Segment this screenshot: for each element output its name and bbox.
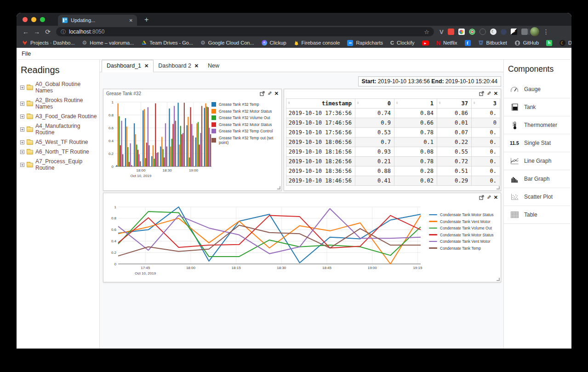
back-icon[interactable]: ← — [20, 28, 31, 35]
bookmark-item[interactable]: Bitbucket — [478, 40, 507, 46]
tab-close-icon[interactable]: ✕ — [194, 63, 199, 69]
bookmark-item[interactable]: ⚙Home – valoruma... — [82, 40, 134, 46]
dashboard-tab-dashboard-2[interactable]: Dashboard 2✕ — [154, 60, 203, 72]
gray-extension-icon[interactable] — [521, 29, 528, 35]
legend-entry[interactable]: Condensate Tank Vent Motor — [429, 239, 494, 244]
component-item-thermometer[interactable]: Thermometer — [504, 116, 571, 134]
open-icon[interactable] — [260, 91, 265, 96]
bookmark-item[interactable]: Team Drives - Go... — [141, 40, 193, 46]
legend-entry[interactable]: Grease Tank #32 Temp Control — [211, 129, 281, 133]
bookmark-item[interactable]: NNetflix — [436, 40, 457, 46]
info-extension-icon[interactable] — [480, 29, 486, 35]
bookmark-item[interactable]: ∞Rapidcharts — [347, 40, 383, 46]
photos-extension-icon[interactable] — [458, 29, 465, 35]
close-panel-icon[interactable]: ✕ — [494, 91, 498, 97]
tab-close-icon[interactable]: ✕ — [129, 18, 133, 23]
address-bar[interactable]: ⓘ localhost:8050 ☆ — [56, 27, 434, 36]
legend-entry[interactable]: Condensate Tank Motor Status — [429, 233, 494, 237]
open-icon[interactable] — [479, 195, 484, 200]
component-item-gauge[interactable]: Gauge — [504, 80, 571, 98]
component-item-table[interactable]: Table — [504, 206, 571, 224]
bookmark-item[interactable]: ▶ — [422, 40, 429, 46]
close-panel-icon[interactable]: ✕ — [494, 195, 498, 200]
sort-icon[interactable]: ↕ — [357, 100, 359, 105]
legend-entry[interactable]: Grease Tank #32 Temp out (set point) — [211, 136, 281, 145]
tree-item[interactable]: +A6_North_TF Routine — [20, 149, 97, 155]
sort-icon[interactable]: ↕ — [439, 100, 441, 105]
component-item-tank[interactable]: Tank — [504, 98, 571, 116]
sort-icon[interactable]: ↕ — [396, 100, 398, 105]
component-item-single-stat[interactable]: 11.5Single Stat — [504, 134, 571, 152]
window-close-button[interactable] — [23, 17, 28, 22]
resize-handle[interactable] — [497, 278, 500, 281]
expand-icon[interactable]: + — [20, 150, 24, 154]
column-header[interactable]: ↕timestamp — [286, 99, 355, 109]
bookmark-item[interactable]: ⚙Google Cloud Con... — [200, 40, 254, 46]
menu-file[interactable]: File — [22, 51, 31, 57]
column-header[interactable]: ↕1 — [394, 99, 437, 109]
green-target-extension-icon[interactable] — [469, 29, 475, 35]
bookmark-item[interactable]: Firebase console — [294, 40, 340, 46]
expand-icon[interactable]: + — [20, 86, 24, 90]
tree-item[interactable]: +A7_Process_Equip Routine — [20, 158, 97, 171]
component-item-bar-graph[interactable]: Bar Graph — [504, 170, 571, 188]
edit-icon[interactable]: ✎ — [487, 195, 491, 200]
component-item-line-graph[interactable]: Line Graph — [504, 152, 571, 170]
legend-entry[interactable]: Condensate Tank Vent Motor — [429, 219, 494, 224]
expand-icon[interactable]: + — [20, 102, 24, 106]
open-icon[interactable] — [479, 91, 484, 96]
tab-close-icon[interactable]: ✕ — [144, 63, 148, 69]
bookmark-item[interactable]: ☾Dyn — [559, 40, 571, 46]
forward-icon[interactable]: → — [31, 28, 42, 35]
sort-icon[interactable]: ↕ — [473, 100, 475, 105]
bookmark-star-icon[interactable]: ☆ — [424, 29, 429, 35]
bookmark-item[interactable]: ^Clickup — [262, 40, 286, 46]
column-header[interactable]: ↕0 — [355, 99, 394, 109]
kebab-icon[interactable]: ⋮ — [543, 28, 549, 35]
resize-handle[interactable] — [277, 186, 280, 189]
edit-icon[interactable]: ✎ — [487, 91, 491, 97]
bookmark-item[interactable]: f — [465, 40, 471, 46]
legend-entry[interactable]: Grease Tank #32 Motor Status — [211, 109, 281, 114]
bookmark-item[interactable]: Projects · Dashbo... — [22, 40, 75, 46]
legend-entry[interactable]: Condensate Tank Temp — [429, 246, 494, 251]
legend-entry[interactable]: Grease Tank #32 Volume Out — [211, 115, 281, 120]
sort-icon[interactable]: ↕ — [288, 100, 290, 105]
expand-icon[interactable]: + — [20, 140, 24, 144]
browser-tab[interactable]: Updating... ✕ — [58, 15, 137, 26]
tree-item[interactable]: +A2_Brooks Routine Names — [20, 97, 97, 110]
resize-handle[interactable] — [497, 186, 500, 189]
close-panel-icon[interactable]: ✕ — [274, 91, 279, 97]
legend-entry[interactable]: Grease Tank #32 Temp — [211, 102, 281, 107]
profile-avatar[interactable] — [530, 27, 539, 36]
tree-item[interactable]: +A3_Food_Grade Routine — [20, 113, 97, 120]
bookmark-item[interactable]: GitHub — [514, 40, 539, 46]
vimium-icon[interactable]: V — [440, 29, 444, 35]
dashboard-tab-dashboard-1[interactable]: Dashboard_1✕ — [102, 60, 154, 72]
blue-extension-icon[interactable] — [501, 29, 507, 35]
tree-item[interactable]: +A4_Manufacturing Routine — [20, 123, 97, 136]
red-extension-icon[interactable] — [448, 29, 454, 35]
tree-item[interactable]: +A5_West_TF Routine — [20, 139, 97, 145]
bookmark-item[interactable]: CClockify — [390, 40, 414, 46]
expand-icon[interactable]: + — [20, 114, 24, 119]
legend-entry[interactable]: Condensate Tank Volume Out — [429, 226, 494, 230]
legend-entry[interactable]: Grease Tank #32 Motor Status — [211, 122, 281, 127]
dark-mode-extension-icon[interactable]: ☾ — [490, 29, 497, 35]
bookmark-item[interactable]: h — [546, 40, 552, 46]
tree-item[interactable]: +A0_Gobal Routine Names — [20, 81, 97, 94]
component-item-scatter-plot[interactable]: Scatter Plot — [504, 188, 571, 206]
expand-icon[interactable]: + — [20, 163, 24, 167]
window-zoom-button[interactable] — [40, 17, 45, 22]
dashboard-tab-new[interactable]: New — [203, 60, 224, 72]
legend-entry[interactable]: Condensate Tank Motor Status — [429, 212, 494, 217]
new-tab-button[interactable]: + — [144, 16, 148, 24]
reload-icon[interactable]: ⟳ — [42, 28, 53, 35]
column-header[interactable]: ↕3 — [472, 99, 500, 109]
shortcut-extension-icon[interactable]: ↗ — [511, 29, 517, 35]
edit-icon[interactable]: ✎ — [268, 91, 272, 97]
window-minimize-button[interactable] — [31, 17, 36, 22]
column-header[interactable]: ↕37 — [437, 99, 472, 109]
info-icon[interactable]: ⓘ — [61, 29, 66, 35]
expand-icon[interactable]: + — [20, 127, 24, 132]
